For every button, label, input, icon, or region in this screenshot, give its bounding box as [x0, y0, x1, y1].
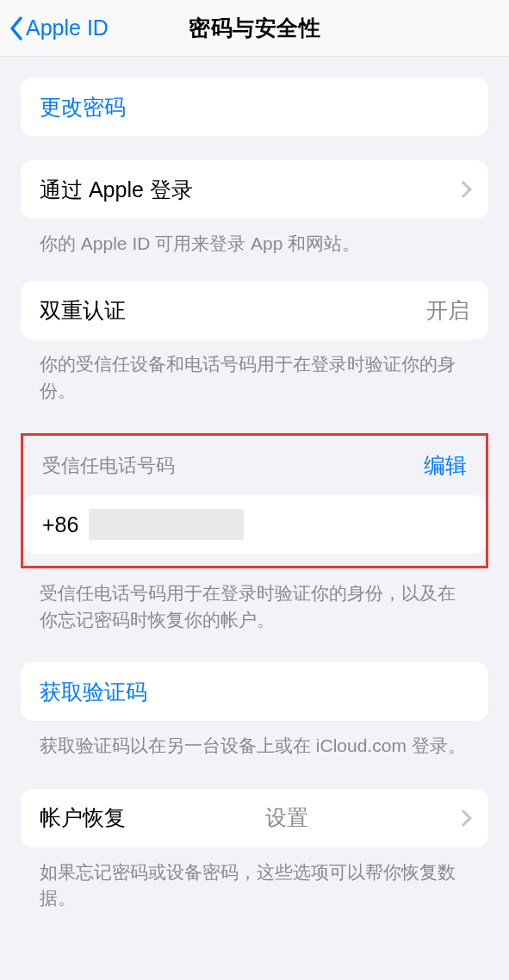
sign-in-with-apple-label: 通过 Apple 登录 — [40, 176, 193, 204]
chevron-left-icon — [9, 16, 24, 41]
get-code-note: 获取验证码以在另一台设备上或在 iCloud.com 登录。 — [21, 721, 488, 759]
change-password-label: 更改密码 — [40, 93, 126, 121]
trusted-phone-row[interactable]: +86 — [23, 495, 486, 554]
trusted-phone-header: 受信任电话号码 — [42, 453, 175, 479]
account-recovery-label: 帐户恢复 — [40, 803, 126, 832]
trusted-phone-redacted — [89, 509, 244, 540]
back-label: Apple ID — [26, 16, 109, 40]
account-recovery-value: 设置 — [265, 803, 308, 832]
get-code-label: 获取验证码 — [40, 678, 147, 706]
trusted-phone-note: 受信任电话号码用于在登录时验证你的身份，以及在你忘记密码时恢复你的帐户。 — [0, 568, 509, 633]
two-factor-value: 开启 — [426, 296, 469, 325]
two-factor-row[interactable]: 双重认证 开启 — [21, 281, 488, 339]
sign-in-with-apple-row[interactable]: 通过 Apple 登录 — [21, 160, 488, 219]
group-trusted-phone: 受信任电话号码 编辑 +86 — [21, 433, 488, 568]
sign-in-with-apple-note: 你的 Apple ID 可用来登录 App 和网站。 — [21, 219, 488, 257]
group-change-password: 更改密码 — [0, 78, 509, 136]
group-get-code: 获取验证码 获取验证码以在另一台设备上或在 iCloud.com 登录。 — [0, 662, 509, 759]
group-two-factor: 双重认证 开启 你的受信任设备和电话号码用于在登录时验证你的身份。 — [0, 281, 509, 404]
two-factor-label: 双重认证 — [40, 296, 126, 325]
trusted-phone-prefix: +86 — [42, 512, 78, 537]
account-recovery-row[interactable]: 帐户恢复 设置 — [21, 789, 488, 847]
group-account-recovery: 帐户恢复 设置 如果忘记密码或设备密码，这些选项可以帮你恢复数据。 — [0, 789, 509, 912]
change-password-row[interactable]: 更改密码 — [21, 78, 488, 136]
navbar: Apple ID 密码与安全性 — [0, 0, 509, 57]
two-factor-note: 你的受信任设备和电话号码用于在登录时验证你的身份。 — [21, 339, 488, 404]
account-recovery-note: 如果忘记密码或设备密码，这些选项可以帮你恢复数据。 — [21, 847, 488, 912]
group-sign-in-with-apple: 通过 Apple 登录 你的 Apple ID 可用来登录 App 和网站。 — [0, 160, 509, 257]
content: 更改密码 通过 Apple 登录 你的 Apple ID 可用来登录 App 和… — [0, 78, 509, 946]
get-code-row[interactable]: 获取验证码 — [21, 662, 488, 721]
trusted-phone-edit-button[interactable]: 编辑 — [424, 451, 467, 480]
back-button[interactable]: Apple ID — [9, 0, 109, 56]
